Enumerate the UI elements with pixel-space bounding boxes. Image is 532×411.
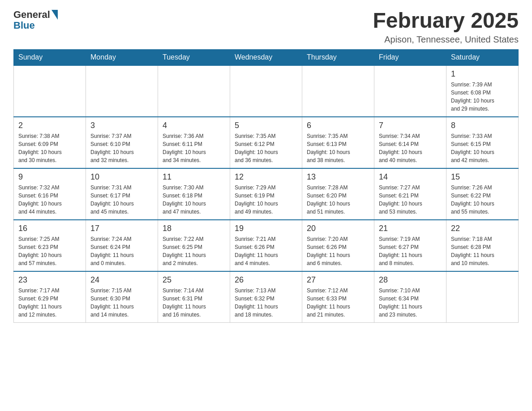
- day-number: 23: [18, 275, 81, 285]
- calendar-cell: [302, 65, 374, 117]
- weekday-header-friday: Friday: [374, 49, 446, 65]
- day-info: Sunrise: 7:35 AM Sunset: 6:12 PM Dayligh…: [235, 132, 297, 164]
- logo-blue-text: Blue: [13, 20, 35, 31]
- day-info: Sunrise: 7:27 AM Sunset: 6:21 PM Dayligh…: [379, 184, 442, 216]
- calendar-cell: 16Sunrise: 7:25 AM Sunset: 6:23 PM Dayli…: [14, 220, 86, 271]
- logo-arrow-icon: [51, 10, 58, 20]
- weekday-header-tuesday: Tuesday: [158, 49, 230, 65]
- calendar-cell: 15Sunrise: 7:26 AM Sunset: 6:22 PM Dayli…: [446, 168, 519, 220]
- calendar-cell: 26Sunrise: 7:13 AM Sunset: 6:32 PM Dayli…: [230, 271, 302, 323]
- weekday-header-monday: Monday: [86, 49, 158, 65]
- day-number: 10: [90, 172, 153, 182]
- day-info: Sunrise: 7:38 AM Sunset: 6:09 PM Dayligh…: [18, 132, 81, 164]
- day-info: Sunrise: 7:24 AM Sunset: 6:24 PM Dayligh…: [90, 235, 153, 267]
- day-number: 1: [451, 69, 514, 79]
- calendar-table: SundayMondayTuesdayWednesdayThursdayFrid…: [13, 49, 519, 323]
- calendar-cell: 21Sunrise: 7:19 AM Sunset: 6:27 PM Dayli…: [374, 220, 446, 271]
- day-info: Sunrise: 7:10 AM Sunset: 6:34 PM Dayligh…: [379, 287, 442, 319]
- day-info: Sunrise: 7:15 AM Sunset: 6:30 PM Dayligh…: [90, 287, 153, 319]
- day-number: 12: [235, 172, 297, 182]
- day-number: 8: [451, 121, 514, 130]
- weekday-row: SundayMondayTuesdayWednesdayThursdayFrid…: [14, 49, 519, 65]
- calendar-cell: [158, 65, 230, 117]
- calendar-cell: [446, 271, 519, 323]
- logo-general-text: General: [13, 9, 50, 21]
- calendar-week-1: 2Sunrise: 7:38 AM Sunset: 6:09 PM Daylig…: [14, 117, 519, 168]
- calendar-cell: 27Sunrise: 7:12 AM Sunset: 6:33 PM Dayli…: [302, 271, 374, 323]
- calendar-cell: [374, 65, 446, 117]
- calendar-cell: 22Sunrise: 7:18 AM Sunset: 6:28 PM Dayli…: [446, 220, 519, 271]
- day-info: Sunrise: 7:18 AM Sunset: 6:28 PM Dayligh…: [451, 235, 514, 267]
- weekday-header-sunday: Sunday: [14, 49, 86, 65]
- calendar-week-3: 16Sunrise: 7:25 AM Sunset: 6:23 PM Dayli…: [14, 220, 519, 271]
- day-number: 20: [307, 224, 369, 233]
- calendar-title: February 2025: [373, 9, 519, 33]
- day-number: 9: [18, 172, 81, 182]
- weekday-header-thursday: Thursday: [302, 49, 374, 65]
- title-area: February 2025 Apison, Tennessee, United …: [373, 9, 519, 45]
- calendar-cell: 24Sunrise: 7:15 AM Sunset: 6:30 PM Dayli…: [86, 271, 158, 323]
- day-info: Sunrise: 7:22 AM Sunset: 6:25 PM Dayligh…: [163, 235, 225, 267]
- day-info: Sunrise: 7:28 AM Sunset: 6:20 PM Dayligh…: [307, 184, 369, 216]
- calendar-cell: 10Sunrise: 7:31 AM Sunset: 6:17 PM Dayli…: [86, 168, 158, 220]
- day-number: 26: [235, 275, 297, 285]
- day-number: 5: [235, 121, 297, 130]
- calendar-week-4: 23Sunrise: 7:17 AM Sunset: 6:29 PM Dayli…: [14, 271, 519, 323]
- day-info: Sunrise: 7:26 AM Sunset: 6:22 PM Dayligh…: [451, 184, 514, 216]
- day-number: 7: [379, 121, 442, 130]
- day-info: Sunrise: 7:29 AM Sunset: 6:19 PM Dayligh…: [235, 184, 297, 216]
- calendar-cell: 12Sunrise: 7:29 AM Sunset: 6:19 PM Dayli…: [230, 168, 302, 220]
- calendar-cell: 7Sunrise: 7:34 AM Sunset: 6:14 PM Daylig…: [374, 117, 446, 168]
- day-info: Sunrise: 7:21 AM Sunset: 6:26 PM Dayligh…: [235, 235, 297, 267]
- page-header: General Blue February 2025 Apison, Tenne…: [13, 9, 519, 45]
- day-number: 19: [235, 224, 297, 233]
- calendar-cell: 18Sunrise: 7:22 AM Sunset: 6:25 PM Dayli…: [158, 220, 230, 271]
- calendar-cell: 5Sunrise: 7:35 AM Sunset: 6:12 PM Daylig…: [230, 117, 302, 168]
- day-info: Sunrise: 7:31 AM Sunset: 6:17 PM Dayligh…: [90, 184, 153, 216]
- weekday-header-saturday: Saturday: [446, 49, 519, 65]
- calendar-cell: 2Sunrise: 7:38 AM Sunset: 6:09 PM Daylig…: [14, 117, 86, 168]
- calendar-cell: 19Sunrise: 7:21 AM Sunset: 6:26 PM Dayli…: [230, 220, 302, 271]
- day-number: 18: [163, 224, 225, 233]
- calendar-cell: 23Sunrise: 7:17 AM Sunset: 6:29 PM Dayli…: [14, 271, 86, 323]
- calendar-cell: [230, 65, 302, 117]
- day-number: 3: [90, 121, 153, 130]
- day-info: Sunrise: 7:19 AM Sunset: 6:27 PM Dayligh…: [379, 235, 442, 267]
- day-info: Sunrise: 7:14 AM Sunset: 6:31 PM Dayligh…: [163, 287, 225, 319]
- calendar-cell: 14Sunrise: 7:27 AM Sunset: 6:21 PM Dayli…: [374, 168, 446, 220]
- logo-top: General: [13, 9, 58, 21]
- day-info: Sunrise: 7:13 AM Sunset: 6:32 PM Dayligh…: [235, 287, 297, 319]
- calendar-cell: 6Sunrise: 7:35 AM Sunset: 6:13 PM Daylig…: [302, 117, 374, 168]
- day-number: 13: [307, 172, 369, 182]
- calendar-cell: [14, 65, 86, 117]
- day-info: Sunrise: 7:34 AM Sunset: 6:14 PM Dayligh…: [379, 132, 442, 164]
- calendar-body: 1Sunrise: 7:39 AM Sunset: 6:08 PM Daylig…: [14, 65, 519, 323]
- calendar-week-0: 1Sunrise: 7:39 AM Sunset: 6:08 PM Daylig…: [14, 65, 519, 117]
- calendar-cell: 20Sunrise: 7:20 AM Sunset: 6:26 PM Dayli…: [302, 220, 374, 271]
- day-number: 6: [307, 121, 369, 130]
- weekday-header-wednesday: Wednesday: [230, 49, 302, 65]
- calendar-cell: 25Sunrise: 7:14 AM Sunset: 6:31 PM Dayli…: [158, 271, 230, 323]
- day-info: Sunrise: 7:12 AM Sunset: 6:33 PM Dayligh…: [307, 287, 369, 319]
- day-number: 16: [18, 224, 81, 233]
- day-info: Sunrise: 7:37 AM Sunset: 6:10 PM Dayligh…: [90, 132, 153, 164]
- calendar-cell: 1Sunrise: 7:39 AM Sunset: 6:08 PM Daylig…: [446, 65, 519, 117]
- calendar-cell: 13Sunrise: 7:28 AM Sunset: 6:20 PM Dayli…: [302, 168, 374, 220]
- day-info: Sunrise: 7:33 AM Sunset: 6:15 PM Dayligh…: [451, 132, 514, 164]
- calendar-cell: 9Sunrise: 7:32 AM Sunset: 6:16 PM Daylig…: [14, 168, 86, 220]
- day-info: Sunrise: 7:30 AM Sunset: 6:18 PM Dayligh…: [163, 184, 225, 216]
- day-number: 25: [163, 275, 225, 285]
- calendar-subtitle: Apison, Tennessee, United States: [373, 34, 519, 45]
- day-number: 14: [379, 172, 442, 182]
- day-info: Sunrise: 7:39 AM Sunset: 6:08 PM Dayligh…: [451, 81, 514, 113]
- day-number: 4: [163, 121, 225, 130]
- day-number: 2: [18, 121, 81, 130]
- calendar-cell: 3Sunrise: 7:37 AM Sunset: 6:10 PM Daylig…: [86, 117, 158, 168]
- day-info: Sunrise: 7:32 AM Sunset: 6:16 PM Dayligh…: [18, 184, 81, 216]
- day-number: 21: [379, 224, 442, 233]
- calendar-cell: 28Sunrise: 7:10 AM Sunset: 6:34 PM Dayli…: [374, 271, 446, 323]
- day-info: Sunrise: 7:36 AM Sunset: 6:11 PM Dayligh…: [163, 132, 225, 164]
- day-info: Sunrise: 7:17 AM Sunset: 6:29 PM Dayligh…: [18, 287, 81, 319]
- calendar-header: SundayMondayTuesdayWednesdayThursdayFrid…: [14, 49, 519, 65]
- logo: General Blue: [13, 9, 58, 31]
